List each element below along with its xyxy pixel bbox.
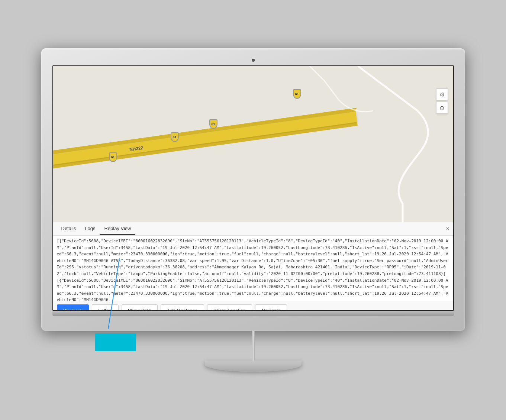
gear-icon: ⚙ — [439, 91, 445, 98]
tab-details[interactable]: Details — [57, 223, 81, 235]
tab-replay-view[interactable]: Replay View — [100, 223, 135, 235]
monitor-stand-base — [205, 361, 302, 372]
monitor-wrapper: NH222 61 61 61 61 ⚙ — [41, 48, 465, 372]
map-controls: ⚙ ⊙ — [436, 88, 448, 114]
shield-marker-4: 61 — [109, 152, 117, 162]
camera — [252, 59, 255, 62]
monitor-stand-neck — [252, 331, 255, 361]
shield-marker-2: 61 — [209, 119, 217, 129]
shield-marker-3: 61 — [171, 132, 179, 142]
close-button[interactable]: × — [446, 226, 449, 232]
tabs-bar: Details Logs Replay View × — [53, 222, 453, 236]
tab-logs[interactable]: Logs — [80, 223, 100, 235]
target-button[interactable]: ⊙ — [436, 102, 448, 114]
add-geofence-button[interactable]: Add Geofence — [161, 304, 204, 311]
map-area: NH222 61 61 61 61 ⚙ — [53, 66, 453, 222]
svg-line-0 — [108, 258, 119, 329]
tooltip-line-svg — [91, 258, 147, 333]
settings-button[interactable]: ⚙ — [436, 88, 448, 100]
target-icon: ⊙ — [439, 104, 444, 112]
share-location-button[interactable]: Share Location — [207, 304, 252, 311]
navigate-button[interactable]: Navigate — [255, 304, 287, 311]
road-main — [53, 112, 357, 169]
shield-marker-1: 61 — [293, 89, 301, 99]
tooltip-box — [95, 333, 136, 351]
playback-button[interactable]: Playback — [57, 304, 89, 311]
